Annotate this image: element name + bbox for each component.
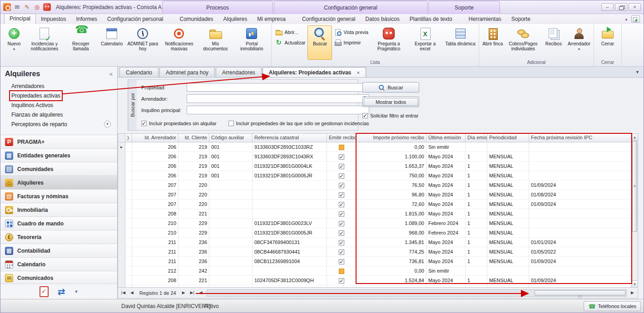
ribbon-button[interactable]: Exportar a excel [407,25,443,60]
sidebar-item[interactable]: Fianzas de alquileres ▾ [10,110,117,120]
ribbon-small-button[interactable]: Imprimir [334,39,361,46]
sidebar-module[interactable]: Facturas y nóminas [0,189,117,203]
table-row[interactable]: 2122420,00Sin emitir [118,266,631,276]
footer-dropdown-icon[interactable]: ▼ [74,289,78,294]
mail-icon[interactable]: ✉ [13,3,21,11]
minimize-button[interactable]: – [601,3,614,11]
hscrollbar-thumb[interactable]: ||| [535,290,625,296]
mostrar-todos-button[interactable]: Mostrar todos [362,97,419,107]
edit-notes-icon[interactable]: ✎ [23,3,31,11]
local-phones-button[interactable]: ☎ Teléfonos locales [584,301,641,311]
scroll-down-circle-icon[interactable]: ▾ [104,121,111,127]
document-tab[interactable]: Adminet para hoy × [159,67,215,77]
table-row[interactable]: 2062190019133603DF2893C1043RX1.100,00May… [118,152,631,161]
document-tab[interactable]: Arrendadores × [216,67,262,77]
pending-checkbox-icon[interactable] [339,269,344,274]
table-row[interactable]: 20722076,50Mayo 20241MENSUAL01/09/2024 [118,181,631,190]
ribbon-button[interactable]: Recibos [541,25,566,60]
ribbon-button[interactable]: Incidencias y notificaciones [26,25,63,60]
ribbon-tab[interactable]: Plantillas de texto [405,15,457,24]
sidebar-module[interactable]: Comunidades [0,162,117,176]
tasks-checklist-icon[interactable]: ✓ [40,286,49,297]
ribbon-tab[interactable]: Soporte [506,15,535,24]
solicitar-filtro-checkbox[interactable]: Solicitar filtro al entrar [362,113,418,118]
ribbon-tab[interactable]: Comunidades [175,15,218,24]
table-row[interactable]: 21123608CB446687930441774,25Mayo 20241ME… [118,247,631,257]
sync-arrows-icon[interactable]: ⇄ [58,286,65,297]
sidebar-module[interactable]: PRAGMA+ [0,135,117,148]
ribbon-button[interactable]: Arrendador ▼ [566,25,592,60]
table-row[interactable]: 20722072,60Mayo 20241MENSUAL01/09/2024 [118,200,631,209]
horizontal-scrollbar[interactable]: ||| [207,289,627,297]
ribbon-tab[interactable]: Mi empresa [252,15,291,24]
checked-checkbox-icon[interactable] [339,230,344,236]
search-field-input[interactable] [187,106,369,114]
column-header[interactable]: Última emisión [426,134,466,142]
table-row[interactable]: 2062190010119321DF3801G0004LK1.653,37May… [118,161,631,171]
ribbon-button[interactable]: Recoger llamada [63,25,99,60]
ribbon-button[interactable]: Mis documentos [197,25,233,60]
table-row[interactable]: 21123608CF3476994001311.345,81Mayo 20241… [118,238,631,247]
column-header[interactable]: Importe próximo recibo [357,134,426,142]
ribbon-button[interactable]: ADMINET para hoy [124,25,161,60]
filter-checkbox[interactable]: Incluir propiedades sin alquilar [141,121,217,126]
ribbon-button[interactable]: Tabla dinámica [443,25,477,60]
tab-list-dropdown-icon[interactable]: ▼ [635,70,639,74]
checked-checkbox-icon[interactable] [339,202,344,207]
table-row[interactable]: 2082211024705DF3812C0009QH1.524,84Mayo 2… [118,276,631,285]
column-header[interactable]: Código auxiliar [209,134,253,142]
checked-checkbox-icon[interactable] [339,278,344,284]
sidebar-item[interactable]: Perceptores de reparto ▾ [10,120,117,129]
sidebar-module[interactable]: Calendario [0,257,117,271]
table-row[interactable]: 2102290119321DF3801G0023LV1.089,00Febrer… [118,219,631,228]
scroll-up-icon[interactable]: ▲ [632,134,638,141]
ribbon-small-button[interactable]: Actualizar [275,39,305,46]
sidebar-module[interactable]: Alquileres [0,176,117,189]
table-row[interactable]: 2062190010119321DF3801G0005JR750,00Mayo … [118,171,631,181]
search-field-input[interactable] [187,83,369,92]
ribbon-tab[interactable]: Herramientas [464,15,506,24]
sidebar-module[interactable]: Tesorería [0,230,117,244]
scroll-down-icon[interactable]: ▼ [632,280,638,287]
vscrollbar-thumb[interactable]: ≡ [632,141,637,232]
vertical-scrollbar[interactable]: ▲ ≡ ▼ [631,134,638,287]
sidebar-item[interactable]: Propiedades activas ▾ [10,91,117,101]
ribbon-button[interactable]: Cobros/Pagos individuales [505,25,541,60]
notifications-icon[interactable]: ◎ [33,3,41,11]
checked-checkbox-icon[interactable] [339,173,344,179]
column-header[interactable]: Id. Arrendador [132,134,178,142]
checked-checkbox-icon[interactable] [339,211,344,217]
filter-checkbox[interactable]: Incluir propiedades de las que sólo se g… [228,121,369,126]
first-record-button[interactable]: |◀ [119,289,127,297]
checked-checkbox-icon[interactable] [339,221,344,226]
search-field-input[interactable] [187,94,369,103]
buscar-button[interactable]: Buscar [362,82,419,93]
sidebar-module[interactable]: Cuadro de mando [0,216,117,230]
sidebar-module[interactable]: Comunicados [0,271,117,284]
checked-checkbox-icon[interactable] [339,154,344,160]
table-row[interactable]: ▸2062190019133603DF2893C1033RZ0,00Sin em… [118,142,631,152]
sidebar-module[interactable]: Entidades generales [0,148,117,162]
close-button[interactable]: × [629,3,641,11]
table-row[interactable]: 20722096,80Mayo 20241MENSUAL01/08/2024 [118,190,631,200]
ribbon-tab[interactable]: Alquileres [218,15,253,24]
collapse-sidebar-icon[interactable]: < [109,71,113,78]
sidebar-item[interactable]: Arrendadores ▾ [10,82,117,91]
sidebar-item[interactable]: Inquilinos Activos ▾ [10,101,117,110]
table-row[interactable]: 2102290119321DF3801G0005JR968,00Febrero … [118,228,631,238]
prev-record-button[interactable]: ◀ [128,289,136,297]
document-tab[interactable]: Alquileres: Propiedades activas × [263,67,366,77]
column-header[interactable]: Periodicidad [487,134,529,142]
next-record-button[interactable]: ▶ [180,289,188,297]
ribbon-button[interactable]: Notificaciones masivas [161,25,197,60]
column-header[interactable]: Día emisión [466,134,487,142]
hscroll-left-button[interactable]: ◀ [197,289,205,297]
column-header[interactable]: Emitir recibo [327,134,357,142]
ribbon-small-button[interactable]: Abrir... [275,29,298,36]
app-icon[interactable] [3,3,11,11]
ribbon-button[interactable]: Nuevo ▼ [2,25,26,60]
checked-checkbox-icon[interactable] [339,259,344,264]
ribbon-button[interactable]: Buscar [307,25,332,60]
checked-checkbox-icon[interactable] [339,240,344,245]
checked-checkbox-icon[interactable] [339,183,344,188]
